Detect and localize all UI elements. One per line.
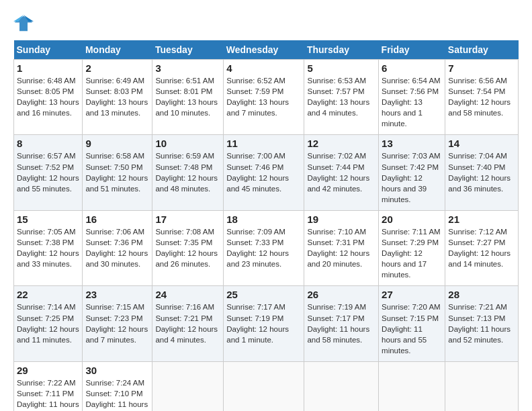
- cell-content: Sunrise: 6:48 AMSunset: 8:05 PMDaylight:…: [17, 77, 79, 117]
- cell-content: Sunrise: 6:49 AMSunset: 8:03 PMDaylight:…: [85, 77, 148, 117]
- day-header-wednesday: Wednesday: [224, 40, 304, 60]
- calendar-cell: 20Sunrise: 7:11 AMSunset: 7:29 PMDayligh…: [379, 210, 445, 285]
- cell-content: Sunrise: 7:09 AMSunset: 7:33 PMDaylight:…: [226, 228, 289, 268]
- calendar-cell: 25Sunrise: 7:17 AMSunset: 7:19 PMDayligh…: [224, 286, 304, 361]
- day-number: 14: [448, 138, 515, 149]
- day-number: 30: [85, 365, 149, 376]
- day-header-tuesday: Tuesday: [152, 40, 224, 60]
- day-number: 7: [448, 62, 515, 74]
- calendar-cell: 12Sunrise: 7:02 AMSunset: 7:44 PMDayligh…: [304, 135, 379, 210]
- calendar-cell: [152, 361, 224, 411]
- calendar-cell: 3Sunrise: 6:51 AMSunset: 8:01 PMDaylight…: [152, 60, 224, 135]
- day-number: 18: [226, 214, 301, 225]
- day-number: 10: [155, 138, 220, 149]
- day-header-sunday: Sunday: [14, 40, 83, 60]
- calendar-cell: 13Sunrise: 7:03 AMSunset: 7:42 PMDayligh…: [379, 135, 445, 210]
- cell-content: Sunrise: 6:54 AMSunset: 7:56 PMDaylight:…: [382, 77, 441, 128]
- day-number: 25: [226, 289, 301, 300]
- calendar-cell: 2Sunrise: 6:49 AMSunset: 8:03 PMDaylight…: [83, 60, 152, 135]
- calendar-cell: 28Sunrise: 7:21 AMSunset: 7:13 PMDayligh…: [445, 286, 519, 361]
- cell-content: Sunrise: 7:04 AMSunset: 7:40 PMDaylight:…: [448, 152, 511, 192]
- day-number: 29: [17, 365, 79, 376]
- calendar-cell: 4Sunrise: 6:52 AMSunset: 7:59 PMDaylight…: [224, 60, 304, 135]
- calendar-cell: 18Sunrise: 7:09 AMSunset: 7:33 PMDayligh…: [224, 210, 304, 285]
- cell-content: Sunrise: 7:19 AMSunset: 7:17 PMDaylight:…: [307, 303, 369, 343]
- calendar-cell: 10Sunrise: 6:59 AMSunset: 7:48 PMDayligh…: [152, 135, 224, 210]
- svg-marker-0: [15, 16, 33, 32]
- logo: [13, 13, 36, 34]
- day-number: 2: [85, 62, 149, 74]
- day-number: 22: [17, 289, 79, 300]
- day-number: 13: [382, 138, 442, 149]
- day-number: 21: [448, 214, 515, 225]
- calendar-cell: [379, 361, 445, 411]
- page-header: [13, 13, 519, 34]
- calendar-table: SundayMondayTuesdayWednesdayThursdayFrid…: [13, 40, 519, 411]
- cell-content: Sunrise: 7:21 AMSunset: 7:13 PMDaylight:…: [448, 303, 511, 343]
- calendar-cell: 11Sunrise: 7:00 AMSunset: 7:46 PMDayligh…: [224, 135, 304, 210]
- day-number: 24: [155, 289, 220, 300]
- day-number: 26: [307, 289, 375, 300]
- calendar-week-row: 1Sunrise: 6:48 AMSunset: 8:05 PMDaylight…: [14, 60, 519, 135]
- calendar-cell: 16Sunrise: 7:06 AMSunset: 7:36 PMDayligh…: [83, 210, 152, 285]
- calendar-cell: 1Sunrise: 6:48 AMSunset: 8:05 PMDaylight…: [14, 60, 83, 135]
- day-header-monday: Monday: [83, 40, 152, 60]
- calendar-cell: 19Sunrise: 7:10 AMSunset: 7:31 PMDayligh…: [304, 210, 379, 285]
- calendar-cell: 21Sunrise: 7:12 AMSunset: 7:27 PMDayligh…: [445, 210, 519, 285]
- day-number: 23: [85, 289, 149, 300]
- cell-content: Sunrise: 7:24 AMSunset: 7:10 PMDaylight:…: [85, 379, 148, 411]
- cell-content: Sunrise: 7:06 AMSunset: 7:36 PMDaylight:…: [85, 228, 148, 268]
- cell-content: Sunrise: 7:12 AMSunset: 7:27 PMDaylight:…: [448, 228, 511, 268]
- day-number: 28: [448, 289, 515, 300]
- calendar-cell: 6Sunrise: 6:54 AMSunset: 7:56 PMDaylight…: [379, 60, 445, 135]
- calendar-cell: 27Sunrise: 7:20 AMSunset: 7:15 PMDayligh…: [379, 286, 445, 361]
- calendar-week-row: 8Sunrise: 6:57 AMSunset: 7:52 PMDaylight…: [14, 135, 519, 210]
- calendar-cell: 7Sunrise: 6:56 AMSunset: 7:54 PMDaylight…: [445, 60, 519, 135]
- calendar-cell: 26Sunrise: 7:19 AMSunset: 7:17 PMDayligh…: [304, 286, 379, 361]
- cell-content: Sunrise: 7:03 AMSunset: 7:42 PMDaylight:…: [382, 152, 441, 203]
- cell-content: Sunrise: 6:59 AMSunset: 7:48 PMDaylight:…: [155, 152, 218, 192]
- day-number: 20: [382, 214, 442, 225]
- calendar-week-row: 22Sunrise: 7:14 AMSunset: 7:25 PMDayligh…: [14, 286, 519, 361]
- calendar-cell: 30Sunrise: 7:24 AMSunset: 7:10 PMDayligh…: [83, 361, 152, 411]
- day-number: 19: [307, 214, 375, 225]
- calendar-cell: [304, 361, 379, 411]
- day-header-thursday: Thursday: [304, 40, 379, 60]
- day-number: 16: [85, 214, 149, 225]
- day-number: 4: [226, 62, 301, 74]
- calendar-cell: [445, 361, 519, 411]
- calendar-cell: [224, 361, 304, 411]
- cell-content: Sunrise: 7:11 AMSunset: 7:29 PMDaylight:…: [382, 228, 441, 279]
- cell-content: Sunrise: 6:58 AMSunset: 7:50 PMDaylight:…: [85, 152, 148, 192]
- cell-content: Sunrise: 7:05 AMSunset: 7:38 PMDaylight:…: [17, 228, 79, 268]
- day-number: 27: [382, 289, 442, 300]
- cell-content: Sunrise: 7:22 AMSunset: 7:11 PMDaylight:…: [17, 379, 79, 411]
- calendar-cell: 8Sunrise: 6:57 AMSunset: 7:52 PMDaylight…: [14, 135, 83, 210]
- calendar-week-row: 29Sunrise: 7:22 AMSunset: 7:11 PMDayligh…: [14, 361, 519, 411]
- calendar-cell: 22Sunrise: 7:14 AMSunset: 7:25 PMDayligh…: [14, 286, 83, 361]
- calendar-header-row: SundayMondayTuesdayWednesdayThursdayFrid…: [14, 40, 519, 60]
- calendar-cell: 5Sunrise: 6:53 AMSunset: 7:57 PMDaylight…: [304, 60, 379, 135]
- calendar-cell: 9Sunrise: 6:58 AMSunset: 7:50 PMDaylight…: [83, 135, 152, 210]
- cell-content: Sunrise: 7:15 AMSunset: 7:23 PMDaylight:…: [85, 303, 148, 343]
- day-number: 11: [226, 138, 301, 149]
- calendar-cell: 17Sunrise: 7:08 AMSunset: 7:35 PMDayligh…: [152, 210, 224, 285]
- day-number: 9: [85, 138, 149, 149]
- cell-content: Sunrise: 7:20 AMSunset: 7:15 PMDaylight:…: [382, 303, 441, 354]
- day-number: 6: [382, 62, 442, 74]
- cell-content: Sunrise: 7:17 AMSunset: 7:19 PMDaylight:…: [226, 303, 289, 343]
- calendar-cell: 15Sunrise: 7:05 AMSunset: 7:38 PMDayligh…: [14, 210, 83, 285]
- day-number: 1: [17, 62, 79, 74]
- day-number: 15: [17, 214, 79, 225]
- cell-content: Sunrise: 7:10 AMSunset: 7:31 PMDaylight:…: [307, 228, 369, 268]
- calendar-cell: 29Sunrise: 7:22 AMSunset: 7:11 PMDayligh…: [14, 361, 83, 411]
- cell-content: Sunrise: 7:08 AMSunset: 7:35 PMDaylight:…: [155, 228, 218, 268]
- day-header-friday: Friday: [379, 40, 445, 60]
- day-number: 5: [307, 62, 375, 74]
- logo-icon: [13, 13, 34, 34]
- cell-content: Sunrise: 6:53 AMSunset: 7:57 PMDaylight:…: [307, 77, 369, 117]
- day-number: 3: [155, 62, 220, 74]
- calendar-cell: 23Sunrise: 7:15 AMSunset: 7:23 PMDayligh…: [83, 286, 152, 361]
- cell-content: Sunrise: 6:56 AMSunset: 7:54 PMDaylight:…: [448, 77, 511, 117]
- cell-content: Sunrise: 6:57 AMSunset: 7:52 PMDaylight:…: [17, 152, 79, 192]
